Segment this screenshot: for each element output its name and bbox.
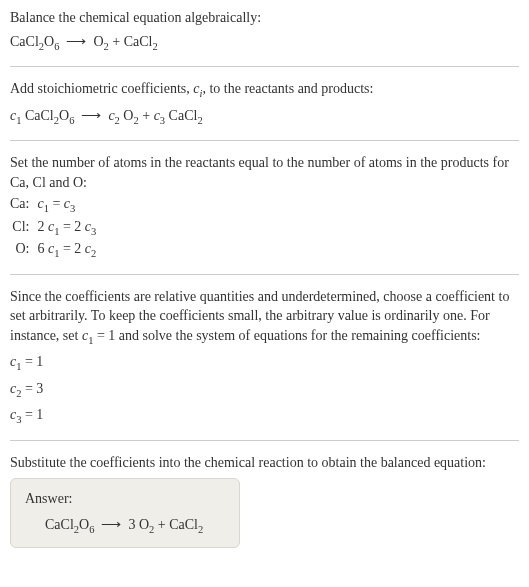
solve-intro-b: = 1 and solve the system of equations fo…	[93, 328, 480, 343]
table-row: Ca: c1 = c3	[10, 194, 102, 216]
equation-unbalanced: CaCl2O6 ⟶ O2 + CaCl2	[10, 32, 519, 54]
table-row: Cl: 2 c1 = 2 c3	[10, 217, 102, 239]
solution-c2: c2 = 3	[10, 379, 519, 401]
solution-c3: c3 = 1	[10, 405, 519, 427]
section-answer: Substitute the coefficients into the che…	[10, 453, 519, 561]
answer-box: Answer: CaCl2O6 ⟶ 3 O2 + CaCl2	[10, 478, 240, 548]
prompt-text: Balance the chemical equation algebraica…	[10, 8, 519, 28]
coeff-text-a: Add stoichiometric coefficients,	[10, 81, 193, 96]
table-row: O: 6 c1 = 2 c2	[10, 239, 102, 261]
section-solve: Since the coefficients are relative quan…	[10, 287, 519, 441]
element-equation: 2 c1 = 2 c3	[37, 217, 102, 239]
section-add-coefficients: Add stoichiometric coefficients, ci, to …	[10, 79, 519, 141]
answer-label: Answer:	[25, 489, 225, 509]
section-balance-prompt: Balance the chemical equation algebraica…	[10, 8, 519, 67]
element-equation: c1 = c3	[37, 194, 102, 216]
coeff-text-b: , to the reactants and products:	[202, 81, 373, 96]
answer-intro: Substitute the coefficients into the che…	[10, 453, 519, 473]
equation-with-coeffs: c1 CaCl2O6 ⟶ c2 O2 + c3 CaCl2	[10, 106, 519, 128]
element-label: Cl:	[10, 217, 37, 239]
solution-c1: c1 = 1	[10, 352, 519, 374]
coeff-text: Add stoichiometric coefficients, ci, to …	[10, 79, 519, 101]
section-atom-balance: Set the number of atoms in the reactants…	[10, 153, 519, 275]
element-label: Ca:	[10, 194, 37, 216]
element-equation: 6 c1 = 2 c2	[37, 239, 102, 261]
atom-balance-table: Ca: c1 = c3 Cl: 2 c1 = 2 c3 O: 6 c1 = 2 …	[10, 194, 102, 261]
solve-intro: Since the coefficients are relative quan…	[10, 287, 519, 349]
balanced-equation: CaCl2O6 ⟶ 3 O2 + CaCl2	[25, 515, 225, 537]
atom-balance-intro: Set the number of atoms in the reactants…	[10, 153, 519, 192]
element-label: O:	[10, 239, 37, 261]
